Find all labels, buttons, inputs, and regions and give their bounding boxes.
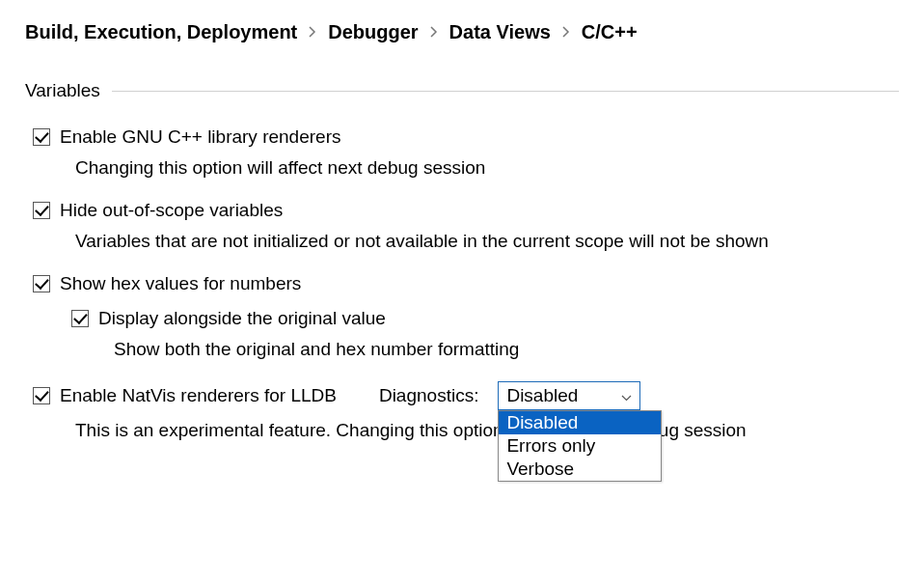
chevron-right-icon — [430, 24, 438, 41]
checkbox-hide-out-of-scope[interactable] — [33, 202, 50, 219]
section-header-variables: Variables — [25, 80, 899, 101]
option-natvis: Enable NatVis renderers for LLDB Diagnos… — [33, 381, 899, 410]
hint-display-alongside: Show both the original and hex number fo… — [114, 339, 899, 360]
option-gnu-renderers[interactable]: Enable GNU C++ library renderers — [33, 126, 899, 148]
breadcrumb-item[interactable]: Data Views — [449, 21, 551, 43]
breadcrumb-item[interactable]: Debugger — [328, 21, 418, 43]
option-label: Enable GNU C++ library renderers — [60, 126, 340, 148]
chevron-right-icon — [562, 24, 570, 41]
section-title: Variables — [25, 80, 100, 101]
diagnostics-select[interactable]: Disabled Disabled Errors only Verbose — [498, 381, 640, 410]
breadcrumb-item[interactable]: Build, Execution, Deployment — [25, 21, 297, 43]
option-show-hex[interactable]: Show hex values for numbers — [33, 273, 899, 294]
breadcrumb-item[interactable]: C/C++ — [582, 21, 638, 43]
option-label: Enable NatVis renderers for LLDB — [60, 385, 337, 406]
diagnostics-label: Diagnostics: — [379, 385, 479, 406]
checkbox-gnu-renderers[interactable] — [33, 128, 50, 146]
checkbox-natvis[interactable] — [33, 387, 50, 404]
diagnostics-dropdown: Disabled Errors only Verbose — [498, 410, 662, 482]
chevron-right-icon — [309, 24, 316, 41]
dropdown-item-disabled[interactable]: Disabled — [499, 411, 661, 434]
dropdown-item-errors-only[interactable]: Errors only — [499, 434, 661, 458]
hint-hide-out-of-scope: Variables that are not initialized or no… — [75, 231, 899, 252]
hint-natvis: This is an experimental feature. Changin… — [75, 420, 899, 441]
breadcrumb: Build, Execution, Deployment Debugger Da… — [25, 21, 899, 43]
option-label: Hide out-of-scope variables — [60, 200, 283, 221]
option-label: Display alongside the original value — [98, 308, 386, 329]
option-label: Show hex values for numbers — [60, 273, 301, 294]
hint-gnu-renderers: Changing this option will affect next de… — [75, 157, 899, 179]
select-value: Disabled — [506, 385, 621, 406]
option-hide-out-of-scope[interactable]: Hide out-of-scope variables — [33, 200, 899, 221]
section-divider — [112, 91, 899, 92]
checkbox-display-alongside[interactable] — [71, 310, 89, 327]
option-display-alongside[interactable]: Display alongside the original value — [71, 308, 899, 329]
dropdown-item-verbose[interactable]: Verbose — [499, 458, 661, 481]
checkbox-show-hex[interactable] — [33, 275, 50, 292]
chevron-down-icon — [621, 385, 632, 406]
